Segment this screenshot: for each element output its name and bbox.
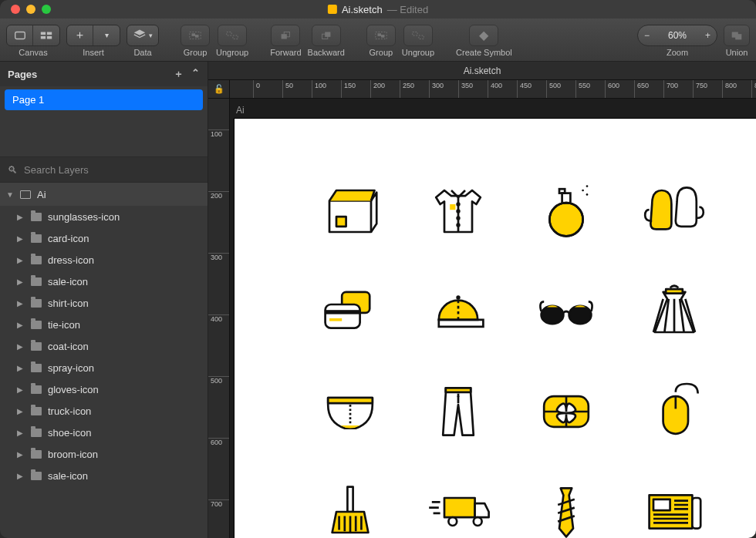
canvas-grid-icon bbox=[33, 25, 59, 45]
layer-row[interactable]: ▶ broom-icon bbox=[0, 443, 208, 465]
svg-rect-30 bbox=[559, 189, 565, 193]
svg-rect-22 bbox=[450, 204, 455, 210]
ruler-tick: 500 bbox=[546, 80, 561, 98]
collapse-pages-button[interactable]: ⌃ bbox=[191, 67, 200, 81]
pages-title: Pages bbox=[8, 69, 37, 80]
ruler-vertical: 100200300400500600700 bbox=[208, 99, 230, 538]
box-icon[interactable] bbox=[304, 165, 397, 257]
layer-row[interactable]: ▶ shoe-icon bbox=[0, 422, 208, 443]
ruler-tick: 100 bbox=[312, 80, 326, 98]
svg-rect-9 bbox=[233, 35, 238, 39]
card-icon[interactable] bbox=[304, 265, 397, 358]
layer-row[interactable]: ▶ sale-icon bbox=[0, 271, 208, 292]
pants-icon[interactable] bbox=[412, 365, 505, 458]
add-page-button[interactable]: ＋ bbox=[174, 67, 184, 81]
canvas-single-icon bbox=[7, 25, 33, 45]
canvas-toggle[interactable] bbox=[6, 25, 60, 46]
gift-icon[interactable] bbox=[520, 365, 613, 458]
spray-icon[interactable] bbox=[520, 165, 613, 257]
svg-point-33 bbox=[586, 193, 589, 196]
document-edited-suffix: — Edited bbox=[387, 4, 428, 15]
union-label: Union bbox=[726, 48, 748, 57]
group2-button[interactable] bbox=[366, 25, 396, 46]
dress-icon[interactable] bbox=[628, 265, 721, 358]
svg-point-39 bbox=[542, 306, 564, 324]
close-window-button[interactable] bbox=[11, 5, 20, 14]
canvas-viewport[interactable]: Ai bbox=[230, 99, 756, 538]
layer-name: dress-icon bbox=[48, 254, 94, 266]
minimize-window-button[interactable] bbox=[26, 5, 35, 14]
gloves-icon[interactable] bbox=[628, 165, 721, 257]
window-title: Ai.sketch — Edited bbox=[328, 4, 428, 15]
svg-point-23 bbox=[457, 203, 460, 206]
page-row-page1[interactable]: Page 1 bbox=[5, 89, 203, 110]
layer-row[interactable]: ▶ gloves-icon bbox=[0, 378, 208, 400]
underwear-icon[interactable] bbox=[304, 365, 397, 458]
truck-icon[interactable] bbox=[412, 466, 505, 538]
layer-row[interactable]: ▶ shirt-icon bbox=[0, 292, 208, 314]
ungroup-button[interactable] bbox=[218, 25, 247, 46]
layer-row[interactable]: ▶ coat-icon bbox=[0, 335, 208, 357]
svg-rect-43 bbox=[446, 388, 471, 392]
forward-icon bbox=[278, 30, 292, 41]
layer-row[interactable]: ▶ spray-icon bbox=[0, 357, 208, 378]
folder-icon bbox=[31, 213, 42, 221]
document-name: Ai.sketch bbox=[342, 4, 383, 15]
ungroup-icon bbox=[411, 30, 425, 41]
ruler-tick: 500 bbox=[208, 376, 229, 385]
layer-row[interactable]: ▶ truck-icon bbox=[0, 400, 208, 422]
ruler-tick: 300 bbox=[208, 253, 229, 261]
ruler-corner-lock[interactable]: 🔓 bbox=[208, 80, 230, 99]
artboard-row-ai[interactable]: ▼ Ai bbox=[0, 183, 208, 206]
zoom-out-button[interactable]: − bbox=[644, 30, 650, 41]
data-button[interactable]: ▾ bbox=[127, 25, 159, 46]
search-icon: 🔍︎ bbox=[8, 164, 18, 176]
svg-rect-4 bbox=[47, 35, 52, 39]
folder-icon bbox=[31, 450, 42, 459]
newspaper-icon[interactable] bbox=[628, 466, 721, 538]
folder-icon bbox=[31, 385, 42, 394]
mouse-icon[interactable] bbox=[628, 365, 721, 458]
forward-button[interactable] bbox=[271, 25, 300, 46]
group-icon bbox=[188, 30, 202, 41]
zoom-in-button[interactable]: + bbox=[705, 30, 710, 41]
zoom-control[interactable]: − 60% + bbox=[637, 25, 717, 46]
chevron-right-icon: ▶ bbox=[17, 213, 25, 221]
broom-icon[interactable] bbox=[304, 466, 397, 538]
layer-row[interactable]: ▶ card-icon bbox=[0, 227, 208, 249]
artboard-ai[interactable] bbox=[235, 119, 756, 538]
union-button[interactable] bbox=[724, 25, 750, 46]
layer-row[interactable]: ▶ tie-icon bbox=[0, 314, 208, 335]
layer-row[interactable]: ▶ dress-icon bbox=[0, 249, 208, 271]
tie-icon[interactable] bbox=[520, 466, 613, 538]
ruler-tick: 750 bbox=[693, 80, 707, 98]
document-tab[interactable]: Ai.sketch bbox=[208, 62, 756, 80]
layer-name: gloves-icon bbox=[48, 384, 99, 395]
chevron-right-icon: ▶ bbox=[17, 407, 25, 415]
svg-rect-1 bbox=[41, 32, 46, 35]
svg-point-24 bbox=[457, 210, 460, 213]
insert-button[interactable]: ＋ ▾ bbox=[66, 25, 120, 46]
plus-icon: ＋ bbox=[67, 25, 93, 45]
svg-point-49 bbox=[448, 517, 457, 526]
artboard-name-label: Ai bbox=[236, 105, 245, 116]
search-layers-input[interactable] bbox=[24, 164, 200, 176]
ruler-tick: 350 bbox=[458, 80, 473, 98]
zoom-value: 60% bbox=[668, 30, 687, 41]
shirt-icon[interactable] bbox=[412, 165, 505, 257]
create-symbol-button[interactable]: ◆ bbox=[469, 25, 498, 46]
layer-row[interactable]: ▶ sale-icon bbox=[0, 465, 208, 486]
maximize-window-button[interactable] bbox=[42, 5, 51, 14]
ruler-tick: 200 bbox=[370, 80, 385, 98]
layer-name: truck-icon bbox=[48, 405, 91, 417]
group-button[interactable] bbox=[181, 25, 210, 46]
folder-icon bbox=[31, 364, 42, 372]
layer-row[interactable]: ▶ sunglasses-icon bbox=[0, 206, 208, 227]
ungroup2-button[interactable] bbox=[403, 25, 433, 46]
cap-icon[interactable] bbox=[412, 265, 505, 358]
window-titlebar: Ai.sketch — Edited bbox=[0, 0, 756, 18]
backward-button[interactable] bbox=[312, 25, 341, 46]
document-badge-icon bbox=[328, 5, 337, 14]
sunglasses-icon[interactable] bbox=[520, 265, 613, 358]
chevron-right-icon: ▶ bbox=[17, 385, 25, 394]
